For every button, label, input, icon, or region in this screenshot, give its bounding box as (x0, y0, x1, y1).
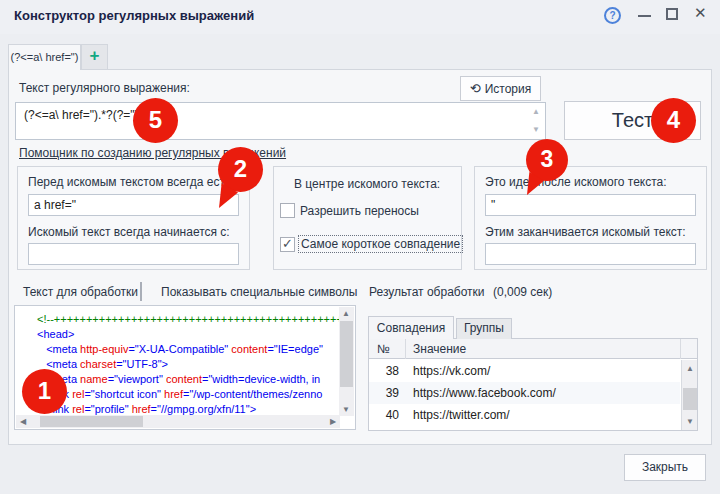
code-line: <meta http-equiv="X-UA-Compatible" conte… (16, 342, 340, 357)
group-after: Это идет после искомого текста: " Этим з… (474, 166, 707, 270)
scroll-thumb[interactable] (683, 388, 697, 410)
history-label: История (485, 82, 532, 96)
results-scrollbar[interactable]: ▲ ▼ (681, 360, 697, 430)
results-table: № Значение 38https://vk.com/39https://ww… (368, 338, 698, 431)
add-tab-button[interactable]: + (81, 44, 108, 69)
after-label: Это идет после искомого текста: (485, 175, 667, 189)
results-time: (0,009 сек) (493, 285, 552, 299)
wrap-checkbox[interactable] (280, 203, 295, 218)
step-badge-4: 4 (651, 98, 696, 143)
group-center: В центре искомого текста: Разрешить пере… (273, 166, 462, 270)
step-badge-1: 1 (22, 369, 67, 414)
table-row[interactable]: 39https://www.facebook.com/ (369, 382, 680, 404)
after-input[interactable]: " (485, 194, 696, 216)
close-icon[interactable]: ✕ (694, 4, 707, 22)
starts-label: Искомый текст всегда начинается с: (28, 225, 230, 239)
results-table-body: 38https://vk.com/39https://www.facebook.… (369, 360, 680, 430)
tab-groups[interactable]: Группы (456, 318, 512, 339)
row-value: https://vk.com/ (405, 364, 490, 378)
step-badge-3: 3 (526, 139, 568, 181)
tab-matches[interactable]: Совпадения (368, 316, 454, 339)
scroll-right-icon[interactable]: ▶ (326, 415, 340, 428)
table-row[interactable]: 38https://vk.com/ (369, 360, 680, 382)
code-line: <!--++++++++++++++++++++++++++++++++++++… (16, 312, 340, 327)
code-horizontal-scrollbar[interactable]: ◀ ▶ (16, 415, 340, 428)
scroll-up-icon[interactable]: ▲ (532, 108, 540, 116)
regex-label: Текст регулярного выражения: (19, 81, 190, 95)
scroll-up-icon[interactable]: ▲ (683, 362, 697, 375)
table-row[interactable]: 40https://twitter.com/ (369, 404, 680, 426)
special-chars-checkbox[interactable] (140, 282, 142, 301)
step-badge-2: 2 (218, 147, 263, 192)
scroll-down-icon[interactable]: ▼ (683, 415, 697, 428)
history-button[interactable]: ⟲История (460, 76, 541, 101)
shortest-checkbox-label: Самое короткое совпадение (298, 235, 463, 253)
footer: Закрыть (0, 446, 720, 494)
code-line: <head> (16, 327, 340, 342)
code-vertical-scrollbar[interactable]: ▲ ▼ (339, 307, 354, 416)
step-badge-5: 5 (133, 98, 178, 143)
row-number: 38 (369, 364, 405, 378)
results-table-header: № Значение (369, 339, 697, 359)
center-label: В центре искомого текста: (294, 177, 440, 191)
wrap-checkbox-label: Разрешить переносы (300, 204, 419, 218)
scroll-up-icon[interactable]: ▲ (339, 307, 353, 320)
column-header-value: Значение (413, 342, 466, 356)
row-value: https://twitter.com/ (405, 408, 510, 422)
tab-label: (?<=a\ href=") (11, 51, 79, 63)
before-input[interactable]: a href=" (28, 194, 239, 216)
title-bar: Конструктор регулярных выражений ? ✕ (0, 0, 720, 34)
wrap-checkbox-row[interactable]: Разрешить переносы (280, 203, 419, 218)
results-label: Результат обработки (369, 285, 485, 299)
row-number: 40 (369, 408, 405, 422)
column-divider (680, 339, 681, 359)
column-header-num: № (377, 342, 390, 356)
row-number: 39 (369, 386, 405, 400)
shortest-checkbox[interactable] (280, 237, 295, 252)
before-label: Перед искомым текстом всегда есть: (28, 175, 235, 189)
tab-regex-pattern[interactable]: (?<=a\ href=") (8, 44, 81, 70)
regex-scrollbar[interactable]: ▲ ▼ (529, 105, 543, 137)
scroll-down-icon[interactable]: ▼ (339, 403, 353, 416)
ends-input[interactable] (485, 243, 696, 265)
minimize-icon[interactable] (638, 15, 651, 17)
maximize-icon[interactable] (666, 8, 678, 20)
main-panel: Текст регулярного выражения: ⟲История (?… (8, 69, 712, 445)
special-chars-label: Показывать специальные символы (161, 285, 357, 299)
scroll-down-icon[interactable]: ▼ (532, 126, 540, 134)
ends-label: Этим заканчивается искомый текст: (485, 225, 686, 239)
regex-input[interactable]: (?<=a\ href=").*?(?=") ▲ ▼ (15, 102, 546, 140)
scroll-thumb[interactable] (340, 321, 353, 387)
source-label: Текст для обработки (23, 285, 138, 299)
group-before: Перед искомым текстом всегда есть: a hre… (17, 166, 250, 270)
close-button[interactable]: Закрыть (624, 454, 706, 481)
scroll-left-icon[interactable]: ◀ (16, 415, 30, 428)
plus-icon: + (90, 46, 100, 65)
row-value: https://www.facebook.com/ (405, 386, 556, 400)
window-title: Конструктор регулярных выражений (14, 8, 254, 23)
help-icon[interactable]: ? (604, 7, 621, 24)
regex-value: (?<=a\ href=").*?(?=") (24, 108, 139, 122)
scroll-thumb[interactable] (40, 416, 143, 427)
column-divider (405, 339, 406, 359)
shortest-checkbox-row[interactable]: Самое короткое совпадение (280, 235, 463, 253)
history-icon: ⟲ (470, 81, 481, 96)
starts-input[interactable] (28, 243, 239, 265)
